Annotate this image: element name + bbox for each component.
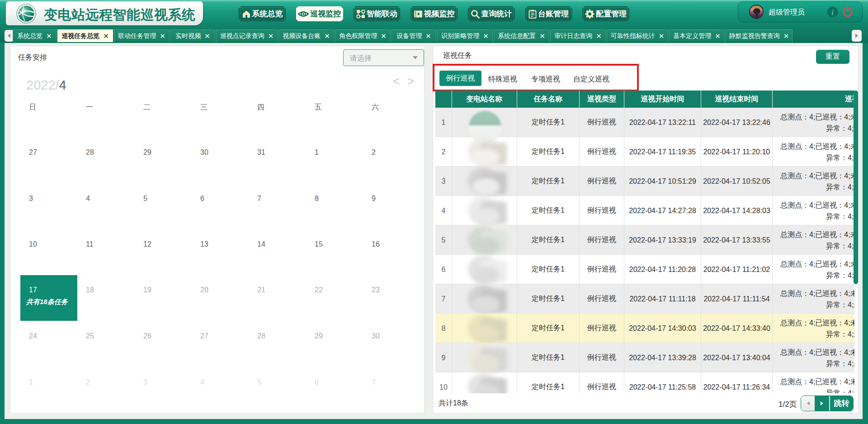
svg-text:i: i [831, 8, 834, 17]
